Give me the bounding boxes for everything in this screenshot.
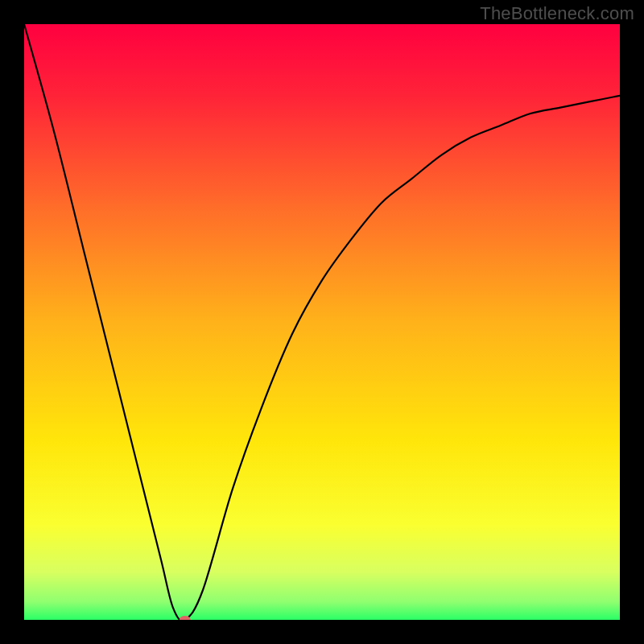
plot-area — [24, 24, 620, 620]
watermark-text: TheBottleneck.com — [480, 3, 634, 24]
chart-svg — [24, 24, 620, 620]
chart-frame: TheBottleneck.com — [0, 0, 644, 644]
